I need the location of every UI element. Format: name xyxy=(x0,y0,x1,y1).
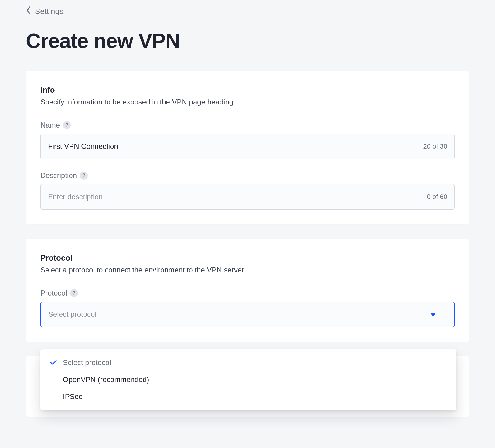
protocol-select-value: Select protocol xyxy=(48,310,97,319)
check-icon xyxy=(50,358,57,367)
name-char-count: 20 of 30 xyxy=(423,142,447,150)
protocol-select[interactable]: Select protocol xyxy=(40,302,455,327)
protocol-section-subtitle: Select a protocol to connect the environ… xyxy=(40,266,455,274)
help-icon[interactable]: ? xyxy=(70,289,78,297)
protocol-section-title: Protocol xyxy=(40,253,455,263)
protocol-option-ipsec[interactable]: IPSec xyxy=(40,388,456,405)
option-label: IPSec xyxy=(63,392,82,401)
protocol-card: Protocol Select a protocol to connect th… xyxy=(26,239,469,342)
name-input[interactable] xyxy=(40,134,455,159)
svg-marker-0 xyxy=(430,313,436,317)
page-title: Create new VPN xyxy=(26,29,469,53)
option-label: Select protocol xyxy=(63,358,111,367)
description-field: Description ? 0 of 60 xyxy=(40,171,455,210)
protocol-dropdown: Select protocol OpenVPN (recommended) IP… xyxy=(40,349,456,410)
description-input[interactable] xyxy=(40,184,455,210)
protocol-label: Protocol xyxy=(40,289,67,297)
name-label: Name xyxy=(40,121,60,129)
info-card: Info Specify information to be exposed i… xyxy=(26,71,469,224)
protocol-field: Protocol ? Select protocol xyxy=(40,289,455,327)
name-field: Name ? 20 of 30 xyxy=(40,121,455,159)
help-icon[interactable]: ? xyxy=(63,121,71,129)
caret-down-icon xyxy=(430,310,436,319)
chevron-left-icon xyxy=(26,6,31,17)
description-char-count: 0 of 60 xyxy=(427,193,447,201)
protocol-option-openvpn[interactable]: OpenVPN (recommended) xyxy=(40,371,456,388)
breadcrumb[interactable]: Settings xyxy=(26,6,469,17)
option-label: OpenVPN (recommended) xyxy=(63,375,149,384)
protocol-option-placeholder[interactable]: Select protocol xyxy=(40,354,456,371)
help-icon[interactable]: ? xyxy=(80,172,88,180)
info-section-subtitle: Specify information to be exposed in the… xyxy=(40,98,455,106)
breadcrumb-label: Settings xyxy=(35,7,63,16)
description-label: Description xyxy=(40,171,77,180)
info-section-title: Info xyxy=(40,85,455,95)
